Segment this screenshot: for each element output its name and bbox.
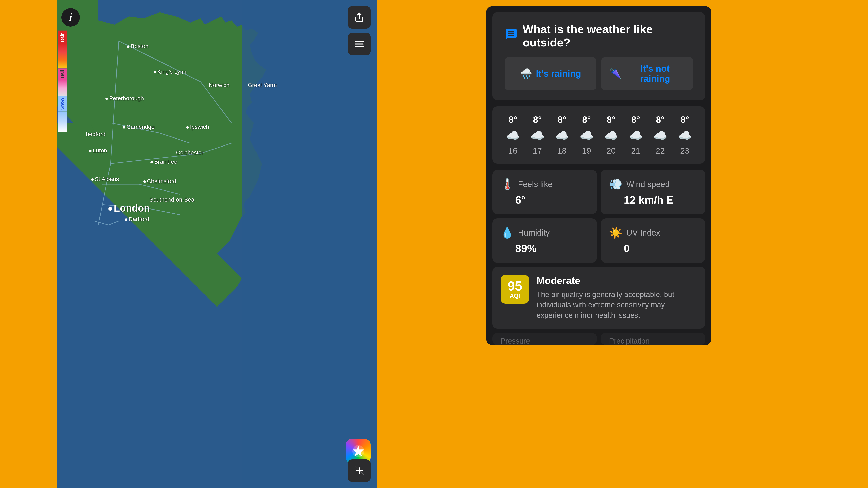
city-southend: Southend-on-Sea xyxy=(150,196,194,203)
pressure-card: Pressure xyxy=(492,333,597,345)
wind-speed-card: 💨 Wind speed 12 km/h E xyxy=(601,170,705,214)
time-item-7: 23 xyxy=(673,146,697,156)
cloud-3: ☁️ xyxy=(574,129,599,142)
temp-5: 8° xyxy=(631,115,640,125)
hourly-item-7: 8° xyxy=(673,115,697,125)
not-raining-button[interactable]: 🌂 It's not raining xyxy=(601,57,693,90)
legend-rain: Rain xyxy=(58,31,66,44)
wind-icon: 💨 xyxy=(609,178,622,191)
legend-snow: Snow xyxy=(58,96,66,111)
legend-bar: Rain Hail Snow xyxy=(57,0,67,488)
hourly-item-1: 8° xyxy=(525,115,550,125)
temp-3: 8° xyxy=(582,115,591,125)
its-raining-button[interactable]: 🌧️ It's raining xyxy=(505,57,596,90)
aqi-badge: 95 AQI xyxy=(500,275,529,304)
city-braintree: Braintree xyxy=(151,159,178,165)
humidity-header: 💧 Humidity xyxy=(500,227,589,239)
time-item-5: 21 xyxy=(623,146,648,156)
hourly-item-6: 8° xyxy=(648,115,673,125)
aqi-section: 95 AQI Moderate The air quality is gener… xyxy=(492,267,705,329)
time-5: 21 xyxy=(631,146,640,156)
uv-value: 0 xyxy=(624,242,697,255)
city-st-albans: St Albans xyxy=(91,176,119,183)
time-item-3: 19 xyxy=(574,146,599,156)
temp-7: 8° xyxy=(680,115,689,125)
aqi-title: Moderate xyxy=(536,275,697,286)
temp-4: 8° xyxy=(607,115,615,125)
uv-header: ☀️ UV Index xyxy=(609,227,697,239)
time-1: 17 xyxy=(533,146,542,156)
temp-1: 8° xyxy=(533,115,542,125)
city-luton: Luton xyxy=(89,147,107,154)
menu-button[interactable] xyxy=(348,33,371,55)
hourly-item-4: 8° xyxy=(599,115,623,125)
legend-rain-gradient xyxy=(58,44,66,68)
hourly-item-2: 8° xyxy=(550,115,574,125)
legend-hail: Hail xyxy=(58,68,66,80)
pressure-label: Pressure xyxy=(500,337,530,345)
time-item-4: 20 xyxy=(599,146,623,156)
cloud-row: ☁️ ☁️ ☁️ ☁️ ☁️ ☁️ ☁️ ☁️ xyxy=(500,129,697,142)
humidity-icon: 💧 xyxy=(500,227,514,239)
city-norwich: Norwich xyxy=(209,82,229,88)
question-header: What is the weather like outside? xyxy=(505,23,693,49)
question-section: What is the weather like outside? 🌧️ It'… xyxy=(492,12,705,100)
temp-0: 8° xyxy=(508,115,517,125)
feels-like-value: 6° xyxy=(515,194,589,206)
city-colchester: Colchester xyxy=(176,150,204,156)
cloud-1: ☁️ xyxy=(525,129,550,142)
city-peterborough: Peterborough xyxy=(105,95,144,102)
uv-icon: ☀️ xyxy=(609,227,622,239)
hourly-item-3: 8° xyxy=(574,115,599,125)
city-dartford: Dartford xyxy=(125,216,149,222)
temp-6: 8° xyxy=(656,115,664,125)
city-boston: Boston xyxy=(127,43,148,50)
hourly-item-0: 8° xyxy=(500,115,525,125)
feels-like-header: 🌡️ Feels like xyxy=(500,178,589,191)
wind-speed-label: Wind speed xyxy=(626,180,670,189)
rain-icon: 🌧️ xyxy=(520,68,532,79)
question-text: What is the weather like outside? xyxy=(523,23,693,49)
time-item-1: 17 xyxy=(525,146,550,156)
city-chelmsford: Chelmsford xyxy=(143,178,176,185)
time-item-0: 16 xyxy=(500,146,525,156)
cloud-6: ☁️ xyxy=(648,129,673,142)
cloud-5: ☁️ xyxy=(623,129,648,142)
feels-like-card: 🌡️ Feels like 6° xyxy=(492,170,597,214)
cloud-2: ☁️ xyxy=(550,129,574,142)
stats-row-1: 🌡️ Feels like 6° 💨 Wind speed 12 km/h E xyxy=(492,170,705,214)
city-great-yarmouth: Great Yarm xyxy=(248,82,277,88)
cloud-4: ☁️ xyxy=(599,129,623,142)
hourly-temps-row: 8° 8° 8° 8° 8° 8° 8° xyxy=(500,115,697,125)
center-gap xyxy=(377,0,387,488)
aqi-number: 95 xyxy=(507,280,522,293)
weather-card: What is the weather like outside? 🌧️ It'… xyxy=(486,6,711,345)
thermometer-icon: 🌡️ xyxy=(500,178,514,191)
cloud-0: ☁️ xyxy=(500,129,525,142)
city-bedford: bedford xyxy=(86,131,105,137)
feels-like-label: Feels like xyxy=(518,180,553,189)
aqi-description: The air quality is generally acceptable,… xyxy=(536,290,697,320)
time-6: 22 xyxy=(656,146,665,156)
time-0: 16 xyxy=(508,146,518,156)
aqi-label: AQI xyxy=(510,293,520,299)
time-4: 20 xyxy=(607,146,616,156)
location-button[interactable] xyxy=(348,459,371,482)
aqi-content: Moderate The air quality is generally ac… xyxy=(536,275,697,320)
not-raining-label: It's not raining xyxy=(625,63,685,84)
left-bar xyxy=(0,0,57,488)
humidity-label: Humidity xyxy=(518,228,550,237)
precipitation-label: Precipitation xyxy=(609,337,650,345)
no-rain-icon: 🌂 xyxy=(610,68,622,79)
legend-snow-gradient xyxy=(58,111,66,132)
map-buttons xyxy=(348,6,371,55)
question-icon xyxy=(505,28,518,44)
share-button[interactable] xyxy=(348,6,371,29)
time-2: 18 xyxy=(557,146,567,156)
right-bar xyxy=(811,0,868,488)
stats-row-2: 💧 Humidity 89% ☀️ UV Index 0 xyxy=(492,218,705,263)
hourly-times-row: 16 17 18 19 20 21 22 xyxy=(500,146,697,156)
precipitation-card: Precipitation xyxy=(601,333,705,345)
bottom-row: Pressure Precipitation xyxy=(492,333,705,345)
info-icon: i xyxy=(69,11,72,24)
